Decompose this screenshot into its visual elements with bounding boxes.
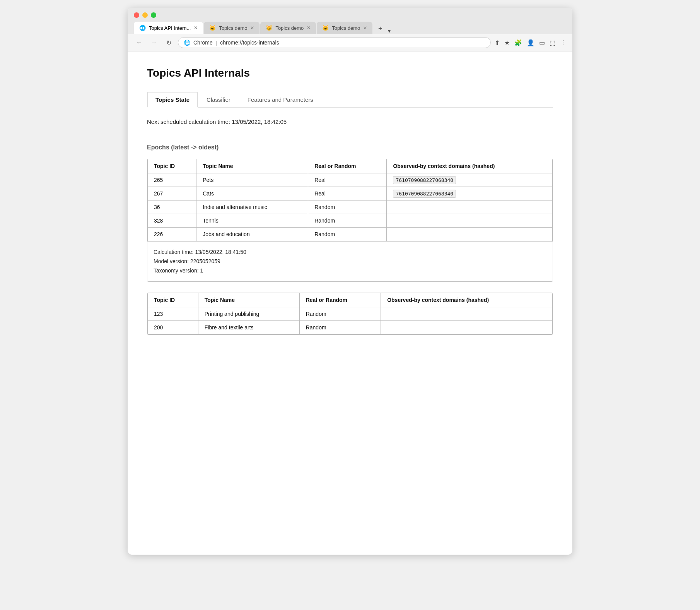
split-view-icon[interactable]: ▭ — [539, 39, 545, 46]
minimize-button[interactable] — [142, 12, 148, 18]
tab-bar: 🌐 Topics API Intern... ✕ 🐱 Topics demo ✕… — [134, 22, 566, 34]
cell-topic-name: Cats — [196, 187, 308, 200]
cell-topic-name: Pets — [196, 173, 308, 187]
col-real-random-2: Real or Random — [299, 293, 381, 307]
menu-icon[interactable]: ⋮ — [560, 39, 566, 46]
cell-domains — [381, 321, 553, 334]
col-topic-name-1: Topic Name — [196, 159, 308, 173]
cell-topic-id: 267 — [148, 187, 196, 200]
cell-domains — [387, 228, 553, 241]
cell-topic-id: 265 — [148, 173, 196, 187]
cell-topic-id: 328 — [148, 214, 196, 228]
epoch-2-table: Topic ID Topic Name Real or Random Obser… — [147, 293, 553, 334]
tab-label-1: Topics API Intern... — [149, 25, 191, 31]
table-row: 267CatsReal7610709088227068340 — [148, 187, 553, 200]
epoch-1-meta: Calculation time: 13/05/2022, 18:41:50 M… — [147, 241, 553, 281]
cell-domains: 7610709088227068340 — [387, 173, 553, 187]
address-prefix: Chrome — [193, 39, 213, 46]
cell-topic-name: Jobs and education — [196, 228, 308, 241]
cell-topic-id: 226 — [148, 228, 196, 241]
epoch-1-taxonomy-version: Taxonomy version: 1 — [154, 266, 546, 276]
table-row: 226Jobs and educationRandom — [148, 228, 553, 241]
epoch-1-calc-time: Calculation time: 13/05/2022, 18:41:50 — [154, 248, 546, 257]
cell-domains: 7610709088227068340 — [387, 187, 553, 200]
cell-real-random: Random — [299, 321, 381, 334]
address-separator: | — [216, 40, 217, 46]
col-domains-2: Observed-by context domains (hashed) — [381, 293, 553, 307]
cell-domains — [387, 200, 553, 214]
epoch-1-block: Topic ID Topic Name Real or Random Obser… — [147, 159, 553, 282]
cell-real-random: Random — [299, 307, 381, 321]
tab-dropdown-button[interactable]: ▾ — [388, 28, 391, 34]
table-row: 265PetsReal7610709088227068340 — [148, 173, 553, 187]
address-favicon: 🌐 — [184, 39, 190, 46]
maximize-button[interactable] — [151, 12, 156, 18]
tab-close-3[interactable]: ✕ — [307, 25, 311, 31]
table-row: 123Printing and publishingRandom — [148, 307, 553, 321]
domain-badge: 7610709088227068340 — [393, 176, 456, 184]
account-icon[interactable]: ⬚ — [550, 39, 555, 46]
epoch-2-block: Topic ID Topic Name Real or Random Obser… — [147, 293, 553, 335]
tab-favicon-4: 🐱 — [322, 25, 329, 31]
reload-button[interactable]: ↻ — [163, 37, 174, 48]
table-row: 36Indie and alternative musicRandom — [148, 200, 553, 214]
cell-domains — [381, 307, 553, 321]
share-icon[interactable]: ⬆ — [495, 39, 500, 46]
cell-topic-name: Tennis — [196, 214, 308, 228]
col-real-random-1: Real or Random — [308, 159, 387, 173]
close-button[interactable] — [134, 12, 139, 18]
page-content: Topics API Internals Topics State Classi… — [128, 51, 572, 555]
address-bar[interactable]: 🌐 Chrome | chrome://topics-internals — [178, 37, 491, 48]
epoch-1-table: Topic ID Topic Name Real or Random Obser… — [147, 159, 553, 241]
scheduled-time: Next scheduled calculation time: 13/05/2… — [147, 118, 553, 125]
epoch-1-model-version: Model version: 2205052059 — [154, 257, 546, 266]
cell-real-random: Real — [308, 187, 387, 200]
cell-topic-name: Indie and alternative music — [196, 200, 308, 214]
page-title: Topics API Internals — [147, 67, 553, 79]
cell-topic-id: 36 — [148, 200, 196, 214]
tab-classifier[interactable]: Classifier — [198, 92, 239, 108]
address-url: chrome://topics-internals — [220, 39, 279, 46]
bookmark-icon[interactable]: ★ — [504, 39, 510, 46]
tab-close-4[interactable]: ✕ — [363, 25, 367, 31]
cell-topic-name: Fibre and textile arts — [198, 321, 299, 334]
tab-label-3: Topics demo — [275, 25, 304, 31]
forward-button[interactable]: → — [149, 37, 159, 48]
col-topic-name-2: Topic Name — [198, 293, 299, 307]
tab-label-2: Topics demo — [219, 25, 247, 31]
tab-topics-state[interactable]: Topics State — [147, 92, 198, 108]
browser-tab-2[interactable]: 🐱 Topics demo ✕ — [204, 22, 260, 34]
tab-close-1[interactable]: ✕ — [194, 25, 198, 31]
table-row: 328TennisRandom — [148, 214, 553, 228]
col-topic-id-2: Topic ID — [148, 293, 198, 307]
tab-features-params[interactable]: Features and Parameters — [239, 92, 322, 108]
table-row: 200Fibre and textile artsRandom — [148, 321, 553, 334]
profile-icon[interactable]: 👤 — [527, 39, 534, 46]
new-tab-button[interactable]: + — [375, 23, 386, 34]
tab-label-4: Topics demo — [332, 25, 360, 31]
title-bar: 🌐 Topics API Intern... ✕ 🐱 Topics demo ✕… — [128, 8, 572, 34]
tab-close-2[interactable]: ✕ — [250, 25, 254, 31]
tab-favicon-2: 🐱 — [209, 25, 216, 31]
cell-real-random: Real — [308, 173, 387, 187]
extensions-icon[interactable]: 🧩 — [514, 39, 522, 46]
cell-topic-name: Printing and publishing — [198, 307, 299, 321]
back-button[interactable]: ← — [134, 37, 145, 48]
cell-real-random: Random — [308, 214, 387, 228]
nav-bar: ← → ↻ 🌐 Chrome | chrome://topics-interna… — [128, 34, 572, 51]
browser-tab-4[interactable]: 🐱 Topics demo ✕ — [317, 22, 372, 34]
tab-favicon-1: 🌐 — [139, 25, 146, 31]
browser-tab-3[interactable]: 🐱 Topics demo ✕ — [260, 22, 316, 34]
nav-actions: ⬆ ★ 🧩 👤 ▭ ⬚ ⋮ — [495, 39, 566, 46]
cell-real-random: Random — [308, 228, 387, 241]
divider — [147, 133, 553, 133]
browser-tab-1[interactable]: 🌐 Topics API Intern... ✕ — [134, 22, 203, 34]
page-tabs: Topics State Classifier Features and Par… — [147, 92, 553, 108]
tab-favicon-3: 🐱 — [266, 25, 272, 31]
domain-badge: 7610709088227068340 — [393, 190, 456, 198]
cell-real-random: Random — [308, 200, 387, 214]
epochs-heading: Epochs (latest -> oldest) — [147, 144, 553, 151]
cell-topic-id: 123 — [148, 307, 198, 321]
browser-window: 🌐 Topics API Intern... ✕ 🐱 Topics demo ✕… — [128, 8, 572, 555]
cell-topic-id: 200 — [148, 321, 198, 334]
